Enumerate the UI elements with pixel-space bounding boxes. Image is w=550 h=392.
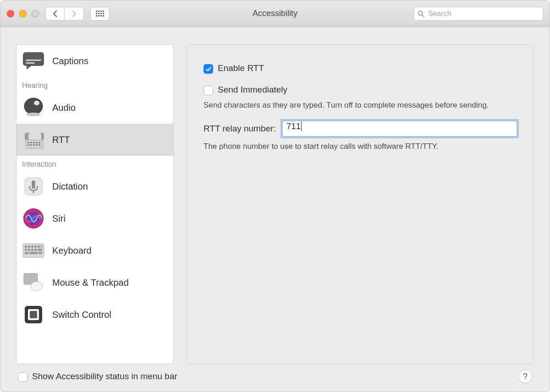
svg-rect-10 xyxy=(28,142,29,143)
titlebar: Accessibility xyxy=(0,0,550,27)
search-icon xyxy=(418,10,424,17)
svg-rect-26 xyxy=(28,245,30,248)
svg-rect-16 xyxy=(30,144,32,146)
panels: Captions Hearing Audio RTT Interaction xyxy=(16,44,534,364)
window-title: Accessibility xyxy=(253,9,297,18)
svg-rect-11 xyxy=(30,142,32,143)
svg-rect-31 xyxy=(25,249,27,251)
sidebar[interactable]: Captions Hearing Audio RTT Interaction xyxy=(16,44,174,364)
show-status-checkbox[interactable] xyxy=(18,372,28,382)
svg-rect-38 xyxy=(38,252,42,254)
sidebar-item-label: Audio xyxy=(52,103,76,113)
svg-rect-17 xyxy=(33,144,35,146)
mouse-trackpad-icon xyxy=(22,271,45,294)
rtt-icon xyxy=(22,128,45,151)
send-immediately-checkbox[interactable] xyxy=(204,86,213,95)
svg-point-40 xyxy=(31,282,43,291)
footer: Show Accessibility status in menu bar ? xyxy=(16,364,534,385)
main-panel: Enable RTT Send Immediately Send charact… xyxy=(187,44,534,364)
show-status-label: Show Accessibility status in menu bar xyxy=(32,371,177,381)
svg-rect-13 xyxy=(36,142,38,143)
enable-rtt-checkbox[interactable] xyxy=(204,64,213,74)
svg-rect-2 xyxy=(23,52,44,66)
svg-rect-35 xyxy=(38,249,42,251)
svg-rect-19 xyxy=(38,144,40,146)
svg-rect-21 xyxy=(32,180,35,189)
svg-point-7 xyxy=(34,101,39,105)
send-immediately-label: Send Immediately xyxy=(218,85,287,95)
help-button[interactable]: ? xyxy=(518,370,532,383)
audio-icon xyxy=(22,96,45,119)
minimize-window-button[interactable] xyxy=(19,10,27,17)
svg-rect-33 xyxy=(31,249,33,251)
svg-rect-14 xyxy=(38,142,40,143)
send-immediately-row: Send Immediately xyxy=(204,85,517,95)
relay-number-value: 711 xyxy=(286,121,302,131)
svg-rect-37 xyxy=(29,252,38,254)
sidebar-item-label: RTT xyxy=(52,135,70,145)
show-all-button[interactable] xyxy=(90,7,110,21)
zoom-window-button[interactable] xyxy=(32,10,39,17)
switch-control-icon xyxy=(22,303,45,326)
svg-line-1 xyxy=(422,15,424,16)
svg-rect-30 xyxy=(41,245,42,248)
back-button[interactable] xyxy=(45,7,65,21)
svg-rect-32 xyxy=(28,249,30,251)
relay-number-row: RTT relay number: 711 xyxy=(204,121,517,136)
window-controls xyxy=(7,10,39,17)
svg-rect-4 xyxy=(26,62,35,64)
sidebar-item-label: Captions xyxy=(52,56,88,66)
relay-number-label: RTT relay number: xyxy=(204,124,276,134)
sidebar-item-mouse-trackpad[interactable]: Mouse & Trackpad xyxy=(16,267,173,299)
svg-rect-27 xyxy=(31,245,33,248)
svg-rect-34 xyxy=(34,249,37,251)
sidebar-item-siri[interactable]: Siri xyxy=(16,202,173,234)
sidebar-item-dictation[interactable]: Dictation xyxy=(16,170,173,202)
sidebar-item-label: Keyboard xyxy=(52,245,92,256)
captions-icon xyxy=(22,49,45,72)
siri-icon xyxy=(22,207,45,230)
sidebar-item-audio[interactable]: Audio xyxy=(16,92,173,124)
grid-icon xyxy=(96,11,104,16)
svg-rect-28 xyxy=(34,245,37,248)
sidebar-item-label: Siri xyxy=(52,213,66,224)
relay-number-input[interactable]: 711 xyxy=(282,121,517,136)
nav-buttons xyxy=(45,7,84,21)
content: Captions Hearing Audio RTT Interaction xyxy=(0,27,550,392)
sidebar-section-interaction: Interaction xyxy=(16,156,173,170)
sidebar-item-label: Mouse & Trackpad xyxy=(52,278,129,288)
sidebar-item-label: Switch Control xyxy=(52,310,111,320)
preferences-window: Accessibility Captions Hearing xyxy=(0,0,550,392)
keyboard-icon xyxy=(22,239,45,262)
search-input[interactable] xyxy=(414,7,543,21)
search-wrap xyxy=(414,7,543,21)
dictation-icon xyxy=(22,175,45,198)
sidebar-item-label: Dictation xyxy=(52,181,88,192)
svg-point-0 xyxy=(418,11,423,15)
forward-button[interactable] xyxy=(65,7,84,21)
send-immediately-help: Send characters as they are typed. Turn … xyxy=(204,100,517,111)
enable-rtt-label: Enable RTT xyxy=(218,63,264,73)
svg-rect-36 xyxy=(25,252,28,254)
svg-rect-29 xyxy=(38,245,40,248)
sidebar-item-captions[interactable]: Captions xyxy=(16,45,173,77)
svg-point-8 xyxy=(26,113,41,116)
show-status-row: Show Accessibility status in menu bar xyxy=(18,371,177,382)
relay-number-help: The phone number to use to start relay c… xyxy=(204,141,517,152)
svg-rect-12 xyxy=(33,142,35,143)
svg-rect-3 xyxy=(26,60,41,61)
chevron-left-icon xyxy=(52,10,58,17)
sidebar-item-rtt[interactable]: RTT xyxy=(16,124,173,156)
close-window-button[interactable] xyxy=(7,10,14,17)
chevron-right-icon xyxy=(72,10,77,17)
enable-rtt-row: Enable RTT xyxy=(204,63,517,74)
check-icon xyxy=(205,66,212,72)
sidebar-item-keyboard[interactable]: Keyboard xyxy=(16,234,173,267)
svg-rect-15 xyxy=(28,144,29,146)
sidebar-section-hearing: Hearing xyxy=(16,77,173,92)
sidebar-item-switch-control[interactable]: Switch Control xyxy=(16,299,173,331)
svg-rect-18 xyxy=(36,144,38,146)
svg-rect-43 xyxy=(30,311,37,318)
help-icon: ? xyxy=(523,372,528,381)
svg-rect-25 xyxy=(25,245,27,248)
